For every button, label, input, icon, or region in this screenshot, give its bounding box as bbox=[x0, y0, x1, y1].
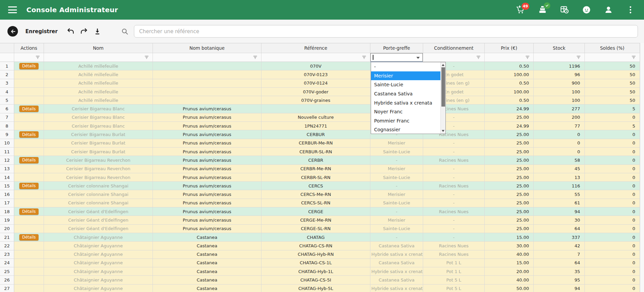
cell-conditionnement[interactable]: - bbox=[423, 173, 485, 182]
scroll-down-icon[interactable] bbox=[442, 130, 444, 132]
cell-stock[interactable]: 94 bbox=[534, 285, 585, 292]
cell-soldes[interactable]: 5 bbox=[585, 105, 640, 113]
row-number[interactable]: 27 bbox=[0, 285, 14, 292]
cell-nom-botanique[interactable]: Castanea bbox=[153, 242, 261, 250]
scroll-up-icon[interactable] bbox=[442, 64, 444, 66]
cell-reference[interactable]: CHATAG bbox=[261, 233, 370, 242]
cell-stock[interactable]: 94 bbox=[534, 207, 585, 216]
filter-cell-stock[interactable] bbox=[534, 53, 585, 62]
dropdown-scrollbar[interactable] bbox=[440, 62, 445, 134]
cell-nom-botanique[interactable]: Prunus avium/cerasus bbox=[153, 216, 261, 224]
cell-soldes[interactable]: 0 bbox=[585, 148, 640, 156]
save-button[interactable]: Enregistrer bbox=[25, 28, 58, 35]
cell-nom-botanique[interactable]: Prunus avium/cerasus bbox=[153, 207, 261, 216]
cell-actions[interactable] bbox=[14, 173, 44, 182]
filter-cell-ref[interactable] bbox=[261, 53, 370, 62]
cell-prix[interactable]: 25.00 bbox=[485, 130, 534, 139]
cell-reference[interactable]: CERCS-Me-RN bbox=[261, 190, 370, 199]
cell-prix[interactable]: 25.00 bbox=[485, 182, 534, 190]
cell-nom[interactable]: Châtaignier Aguyanne bbox=[44, 267, 153, 276]
cell-stock[interactable]: 95 bbox=[534, 276, 585, 284]
cell-porte-greffe[interactable]: - bbox=[370, 233, 423, 242]
cell-stock[interactable]: 64 bbox=[534, 259, 585, 267]
row-number[interactable]: 15 bbox=[0, 182, 14, 190]
filter-cell-bot[interactable] bbox=[153, 53, 261, 62]
cell-nom-botanique[interactable]: Castanea bbox=[153, 276, 261, 284]
cell-porte-greffe[interactable]: Merisier bbox=[370, 216, 423, 224]
cell-nom-botanique[interactable]: Prunus avium/cerasus bbox=[153, 139, 261, 148]
row-number[interactable]: 26 bbox=[0, 276, 14, 284]
cell-nom[interactable]: Châtaignier Aguyanne bbox=[44, 285, 153, 292]
cell-prix[interactable]: 100.00 bbox=[485, 88, 534, 96]
row-number[interactable]: 23 bbox=[0, 250, 14, 259]
cell-soldes[interactable]: 0 bbox=[585, 225, 640, 233]
cell-prix[interactable]: 25.00 bbox=[485, 165, 534, 173]
cell-actions[interactable] bbox=[14, 190, 44, 199]
dropdown-option[interactable]: Merisier bbox=[371, 71, 440, 81]
cell-stock[interactable]: 100 bbox=[534, 96, 585, 105]
cell-reference[interactable]: CERBR-Me-RN bbox=[261, 165, 370, 173]
cell-actions[interactable] bbox=[14, 216, 44, 224]
cell-reference[interactable]: CHATAG-CS-1L bbox=[261, 259, 370, 267]
cell-reference[interactable]: CERBR-SL-RN bbox=[261, 173, 370, 182]
account-icon[interactable] bbox=[604, 5, 613, 15]
cell-porte-greffe[interactable]: Merisier bbox=[370, 139, 423, 148]
cell-nom-botanique[interactable]: Prunus avium/cerasus bbox=[153, 156, 261, 164]
cell-soldes[interactable]: 50 bbox=[585, 79, 640, 88]
cell-soldes[interactable]: 0 bbox=[585, 139, 640, 148]
actions-filter-icon[interactable] bbox=[35, 55, 40, 60]
column-header-soldes[interactable]: Soldes (%) bbox=[585, 43, 640, 53]
cell-porte-greffe[interactable]: Castanea Sativa bbox=[370, 242, 423, 250]
cell-actions[interactable] bbox=[14, 122, 44, 130]
chevron-down-icon[interactable] bbox=[416, 57, 420, 59]
cell-reference[interactable]: 1PN24771 bbox=[261, 122, 370, 130]
cell-nom-botanique[interactable] bbox=[153, 88, 261, 96]
cell-nom[interactable]: Cerisier Bigarreau Burlat bbox=[44, 139, 153, 148]
dropdown-option[interactable]: Sainte-Lucie bbox=[371, 80, 440, 89]
row-number[interactable]: 21 bbox=[0, 233, 14, 242]
cell-nom-botanique[interactable]: Prunus avium/cerasus bbox=[153, 122, 261, 130]
cell-actions[interactable] bbox=[14, 165, 44, 173]
cell-nom[interactable]: Cerisier Bigarreau Blanc bbox=[44, 113, 153, 122]
cell-conditionnement[interactable]: - bbox=[423, 233, 485, 242]
cell-porte-greffe[interactable]: - bbox=[370, 207, 423, 216]
cell-stock[interactable]: 13 bbox=[534, 173, 585, 182]
cell-actions[interactable]: Détails bbox=[14, 182, 44, 190]
row-number[interactable]: 8 bbox=[0, 122, 14, 130]
cell-actions[interactable] bbox=[14, 259, 44, 267]
cell-actions[interactable] bbox=[14, 148, 44, 156]
more-menu-icon[interactable] bbox=[626, 5, 635, 15]
cell-nom-botanique[interactable]: Prunus avium/cerasus bbox=[153, 182, 261, 190]
cell-soldes[interactable]: 0 bbox=[585, 216, 640, 224]
cell-nom[interactable]: Achillé millefeuille bbox=[44, 96, 153, 105]
cell-conditionnement[interactable]: - bbox=[423, 199, 485, 207]
cell-prix[interactable]: 25.00 bbox=[485, 173, 534, 182]
column-header-stock[interactable]: Stock bbox=[534, 43, 585, 53]
cell-soldes[interactable]: 0 bbox=[585, 207, 640, 216]
cell-reference[interactable]: CHATAG-Hyb-RN bbox=[261, 250, 370, 259]
dropdown-option[interactable]: Castanea Sativa bbox=[371, 89, 440, 98]
cell-soldes[interactable]: 50 bbox=[585, 70, 640, 79]
cash-register-icon[interactable] bbox=[538, 5, 547, 15]
cell-reference[interactable]: CERBUR bbox=[261, 130, 370, 139]
cell-reference[interactable]: 070V-graines bbox=[261, 96, 370, 105]
cell-conditionnement[interactable]: Racines Nues bbox=[423, 207, 485, 216]
cell-soldes[interactable]: 50 bbox=[585, 88, 640, 96]
cell-prix[interactable]: 25.00 bbox=[485, 199, 534, 207]
cell-porte-greffe[interactable]: Castanea Sativa bbox=[370, 276, 423, 284]
cell-prix[interactable]: 24.99 bbox=[485, 122, 534, 130]
cell-conditionnement[interactable]: Racines Nues bbox=[423, 182, 485, 190]
cell-stock[interactable]: 116 bbox=[534, 182, 585, 190]
row-number[interactable]: 5 bbox=[0, 96, 14, 105]
cell-nom[interactable]: Cerisier Bigarreau Burlat bbox=[44, 148, 153, 156]
row-number[interactable]: 24 bbox=[0, 259, 14, 267]
cell-actions[interactable] bbox=[14, 113, 44, 122]
row-number[interactable]: 13 bbox=[0, 165, 14, 173]
row-number[interactable]: 3 bbox=[0, 79, 14, 88]
cell-nom[interactable]: Achillé millefeuille bbox=[44, 70, 153, 79]
dropdown-option[interactable]: Noyer Franc bbox=[371, 107, 440, 116]
cell-stock[interactable]: 7 bbox=[534, 250, 585, 259]
dropdown-option[interactable]: - bbox=[371, 62, 440, 71]
cell-stock[interactable]: 200 bbox=[534, 113, 585, 122]
cell-stock[interactable]: 45 bbox=[534, 165, 585, 173]
